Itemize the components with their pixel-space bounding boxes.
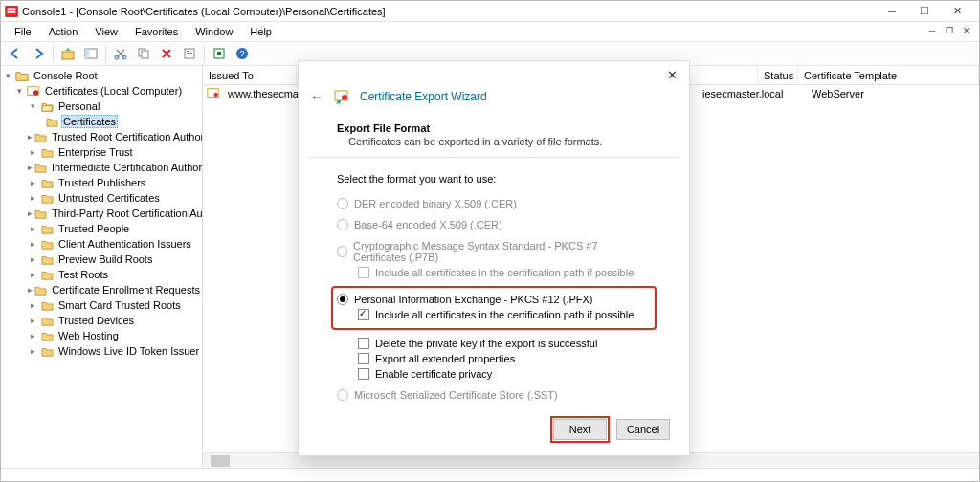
folder-icon — [40, 268, 54, 281]
column-template[interactable]: Certificate Template — [798, 66, 979, 84]
mdi-close-button[interactable]: ✕ — [958, 24, 975, 37]
tree-folder[interactable]: ▸Trusted People — [1, 221, 202, 236]
mdi-minimize-button[interactable]: ─ — [924, 24, 941, 37]
menu-window[interactable]: Window — [188, 24, 240, 39]
certificate-icon — [27, 84, 40, 98]
column-issued-to[interactable]: Issued To — [203, 66, 297, 84]
chevron-down-icon[interactable]: ▾ — [14, 86, 25, 97]
radio-pfx[interactable]: Personal Information Exchange - PKCS #12… — [337, 292, 651, 307]
back-button[interactable] — [5, 43, 26, 64]
chevron-down-icon[interactable]: ▾ — [3, 71, 13, 81]
forward-button[interactable] — [28, 43, 49, 64]
radio-p7b: Cryptographic Message Syntax Standard - … — [337, 238, 651, 265]
tree-pane[interactable]: ▾ Console Root ▾ Certificates (Local Com… — [1, 66, 203, 468]
certificate-export-wizard: ✕ ← Certificate Export Wizard Export Fil… — [298, 60, 690, 456]
check-pfx-ext[interactable]: Export all extended properties — [337, 351, 651, 366]
chevron-down-icon[interactable]: ▾ — [28, 101, 38, 112]
check-pfx-privacy[interactable]: Enable certificate privacy — [337, 366, 651, 382]
tree-folder[interactable]: ▸Enterprise Trust — [1, 144, 202, 160]
checkbox-icon[interactable] — [358, 368, 369, 380]
column-partial2[interactable] — [689, 66, 758, 84]
chevron-right-icon[interactable]: ▸ — [28, 147, 38, 158]
wizard-title: Certificate Export Wizard — [360, 90, 487, 103]
chevron-right-icon[interactable]: ▸ — [28, 163, 33, 173]
show-hide-tree-button[interactable] — [80, 43, 101, 64]
chevron-right-icon[interactable]: ▸ — [28, 178, 38, 188]
cancel-button[interactable]: Cancel — [616, 419, 670, 440]
chevron-right-icon[interactable]: ▸ — [28, 193, 38, 204]
svg-rect-3 — [62, 52, 74, 59]
close-button[interactable]: ✕ — [941, 1, 973, 22]
svg-point-18 — [33, 91, 37, 95]
tree-certificates[interactable]: Certificates — [1, 114, 202, 129]
chevron-right-icon[interactable]: ▸ — [28, 285, 33, 296]
tree-label: Certificate Enrollment Requests — [50, 284, 202, 296]
tree-label: Personal — [56, 100, 101, 112]
tree-folder[interactable]: ▸Certificate Enrollment Requests — [1, 282, 202, 297]
window-title: Console1 - [Console Root\Certificates (L… — [22, 6, 876, 17]
menu-file[interactable]: File — [7, 24, 39, 39]
radio-icon[interactable] — [337, 294, 348, 305]
delete-button[interactable] — [156, 43, 177, 64]
chevron-right-icon[interactable]: ▸ — [28, 331, 38, 341]
folder-icon — [40, 176, 54, 189]
chevron-right-icon[interactable]: ▸ — [28, 270, 38, 280]
tree-label: Windows Live ID Token Issuer — [56, 345, 201, 357]
minimize-button[interactable]: ─ — [876, 1, 908, 22]
svg-point-22 — [342, 95, 347, 100]
wizard-subtitle: Certificates can be exported in a variet… — [337, 136, 651, 147]
check-pfx-delete[interactable]: Delete the private key if the export is … — [337, 336, 651, 351]
check-pfx-include[interactable]: Include all certificates in the certific… — [337, 307, 651, 322]
mdi-restore-button[interactable]: ❐ — [941, 24, 958, 37]
tree-folder[interactable]: ▸Test Roots — [1, 267, 202, 282]
checkbox-icon[interactable] — [358, 353, 369, 364]
chevron-right-icon[interactable]: ▸ — [28, 300, 38, 311]
menu-action[interactable]: Action — [41, 24, 86, 39]
tree-folder[interactable]: ▸Intermediate Certification Authorities — [1, 160, 202, 175]
menu-help[interactable]: Help — [242, 24, 279, 39]
menu-favorites[interactable]: Favorites — [127, 24, 186, 39]
tree-certs-local[interactable]: ▾ Certificates (Local Computer) — [1, 83, 202, 99]
tree-personal[interactable]: ▾ Personal — [1, 99, 202, 114]
tree-folder[interactable]: ▸Untrusted Certificates — [1, 190, 202, 206]
chevron-right-icon[interactable]: ▸ — [28, 346, 38, 357]
tree-folder[interactable]: ▸Smart Card Trusted Roots — [1, 297, 202, 313]
cell-issued-to: www.thesecmaster.l — [222, 88, 308, 99]
tree-folder[interactable]: ▸Trusted Publishers — [1, 175, 202, 190]
checkbox-icon[interactable] — [358, 338, 369, 349]
chevron-right-icon[interactable]: ▸ — [28, 132, 33, 142]
tree-folder[interactable]: ▸Trusted Devices — [1, 313, 202, 328]
cell-template: WebServer — [806, 88, 870, 99]
tree-folder[interactable]: ▸Trusted Root Certification Authorities — [1, 129, 202, 144]
close-icon[interactable]: ✕ — [662, 65, 681, 84]
tree-folder[interactable]: ▸Third-Party Root Certification Authorit… — [1, 206, 202, 221]
svg-rect-5 — [85, 49, 89, 58]
checkbox-icon[interactable] — [358, 309, 369, 320]
tree-label: Certificates (Local Computer) — [43, 85, 184, 97]
tree-folder[interactable]: ▸Windows Live ID Token Issuer — [1, 343, 202, 359]
tree-console-root[interactable]: ▾ Console Root — [1, 68, 202, 83]
refresh-button[interactable] — [209, 43, 230, 64]
chevron-right-icon[interactable]: ▸ — [28, 316, 38, 326]
cut-button[interactable] — [110, 43, 131, 64]
up-button[interactable] — [57, 43, 78, 64]
chevron-right-icon[interactable]: ▸ — [28, 254, 38, 265]
help-button[interactable]: ? — [232, 43, 253, 64]
tree-folder[interactable]: ▸Web Hosting — [1, 328, 202, 343]
back-arrow-icon[interactable]: ← — [310, 89, 323, 104]
chevron-right-icon[interactable]: ▸ — [28, 208, 33, 219]
tree-folder[interactable]: ▸Client Authentication Issuers — [1, 236, 202, 252]
copy-button[interactable] — [133, 43, 154, 64]
tree-label: Smart Card Trusted Roots — [56, 299, 183, 311]
column-status[interactable]: Status — [758, 66, 798, 84]
menu-view[interactable]: View — [87, 24, 125, 39]
chevron-right-icon[interactable]: ▸ — [28, 239, 38, 250]
maximize-button[interactable]: ☐ — [908, 1, 941, 22]
next-button[interactable]: Next — [553, 419, 607, 440]
tree-folder[interactable]: ▸Preview Build Roots — [1, 252, 202, 267]
tree-label: Intermediate Certification Authorities — [50, 162, 203, 173]
svg-rect-12 — [187, 53, 192, 54]
folder-icon — [40, 252, 54, 266]
chevron-right-icon[interactable]: ▸ — [28, 224, 38, 234]
properties-button[interactable] — [179, 43, 200, 64]
